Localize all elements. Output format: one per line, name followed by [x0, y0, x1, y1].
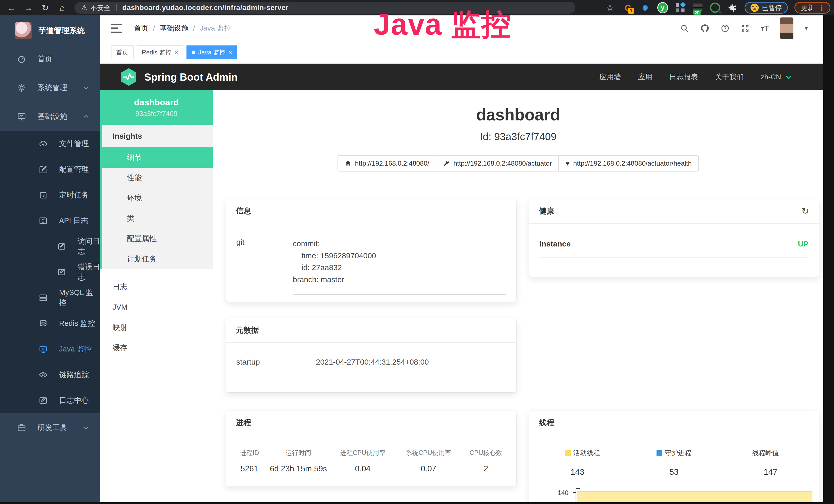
sidebar-item-error-log[interactable]: 错误日志 [0, 259, 100, 285]
tab-home[interactable]: 首页 [111, 45, 134, 59]
card-title: 线程 [539, 417, 554, 428]
sba-menu-item-configprops[interactable]: 配置属性 [102, 229, 213, 249]
extension-pin-icon[interactable] [640, 2, 651, 13]
process-val-uptime: 6d 23h 15m 59s [268, 464, 329, 474]
chevron-down-icon [785, 73, 792, 81]
sidebar-item-tracing[interactable]: 链路追踪 [0, 362, 100, 388]
fullscreen-icon[interactable] [741, 24, 749, 32]
sba-menu-group-label[interactable]: Insights [102, 125, 213, 147]
sba-menu-item-details[interactable]: 细节 [102, 147, 213, 168]
search-icon[interactable] [680, 24, 689, 32]
extension-switch-icon[interactable]: on [692, 2, 703, 13]
extension-puzzle-icon[interactable] [727, 2, 738, 13]
extension-grid-icon[interactable] [675, 2, 685, 13]
history-icon[interactable]: ↺ [802, 206, 809, 216]
health-url-button[interactable]: ♥ http://192.168.0.2:48080/actuator/heal… [558, 155, 699, 171]
breadcrumb-item-infra[interactable]: 基础设施 [160, 23, 189, 33]
sidebar-item-config[interactable]: 配置管理 [0, 157, 100, 182]
service-url-button[interactable]: http://192.168.0.2:48080/ [337, 155, 436, 171]
spring-boot-admin-logo-icon[interactable] [120, 68, 137, 86]
browser-back-icon[interactable]: ← [6, 2, 17, 13]
process-val-proc-cpu: 0.04 [329, 464, 396, 474]
sba-nav-about[interactable]: 关于我们 [715, 72, 744, 82]
sidebar-item-mysql[interactable]: MySQL 监控 [0, 285, 100, 311]
sidebar-item-access-log[interactable]: 访问日志 [0, 234, 100, 259]
log-edit-icon [57, 268, 66, 277]
blue-swatch-icon [657, 450, 662, 456]
bookmark-star-icon[interactable]: ☆ [606, 2, 614, 13]
timer-icon [39, 190, 48, 200]
sba-menu-item-logs[interactable]: 日志 [100, 277, 213, 297]
info-card-header: 信息 [226, 199, 516, 223]
health-key: Instance [540, 239, 571, 248]
sba-nav-applications[interactable]: 应用 [638, 72, 652, 82]
card-title: 进程 [236, 417, 251, 428]
sba-menu-item-mappings[interactable]: 映射 [100, 317, 213, 338]
sba-menu-item-classes[interactable]: 类 [102, 208, 213, 229]
process-table: 进程ID 运行时间 进程CPU使用率 系统CPU使用率 CPU核心数 5261 … [226, 435, 516, 474]
browser-forward-icon[interactable]: → [23, 2, 34, 13]
health-row[interactable]: Instance UP [540, 239, 809, 258]
sidebar-item-system[interactable]: 系统管理 [0, 73, 100, 102]
sidebar-item-devtools[interactable]: 研发工具 [0, 413, 100, 442]
legend-peak-threads: 线程峰值 [720, 449, 811, 458]
tab-redis-monitor[interactable]: Redis 监控 × [137, 45, 183, 59]
actuator-url-button[interactable]: http://192.168.0.2:48080/actuator [436, 155, 559, 171]
sba-menu-item-env[interactable]: 环境 [102, 188, 213, 208]
hamburger-icon[interactable] [111, 24, 122, 33]
sba-nav-journal[interactable]: 日志报表 [670, 72, 698, 82]
sidebar-item-home[interactable]: 首页 [0, 45, 100, 73]
sidebar-item-api-log[interactable]: API 日志 [0, 208, 100, 234]
sba-instance-header[interactable]: dashboard 93a3fc7f7409 [100, 90, 213, 125]
y-tick-140: 140 [535, 489, 568, 497]
browser-update-button[interactable]: 更新 ⋮ [794, 2, 830, 14]
page-url[interactable]: dashboard.yudao.iocoder.cn/infra/admin-s… [122, 4, 288, 12]
sba-brand-title[interactable]: Spring Boot Admin [144, 71, 238, 83]
avatar-caret-icon[interactable]: ▾ [805, 25, 808, 32]
sba-menu-item-caches[interactable]: 缓存 [100, 338, 213, 358]
y-tick-mark [573, 492, 576, 493]
avatar[interactable] [780, 18, 793, 39]
sidebar-item-log-center[interactable]: 日志中心 [0, 388, 100, 413]
extension-colorzilla-icon[interactable]: C1 [622, 2, 633, 13]
app-sidebar: 芋道管理系统 首页 系统管理 基础设施 文件管 [0, 16, 100, 504]
sidebar-item-redis[interactable]: Redis 监控 [0, 311, 100, 336]
sba-nav-wallboard[interactable]: 应用墙 [599, 72, 621, 82]
sidebar-item-infra[interactable]: 基础设施 [0, 102, 100, 131]
actuator-url: http://192.168.0.2:48080/actuator [453, 159, 552, 167]
sba-menu-item-scheduled[interactable]: 计划任务 [102, 249, 213, 269]
close-icon[interactable]: × [228, 49, 232, 56]
security-label[interactable]: 不安全 [90, 3, 110, 12]
threads-card-header: 线程 [529, 411, 819, 435]
health-card: 健康 ↺ Instance UP [529, 199, 819, 277]
extension-y-icon[interactable]: y [657, 2, 668, 13]
browser-reload-icon[interactable]: ↻ [40, 2, 51, 13]
gear-icon [17, 83, 26, 92]
breadcrumb-separator: / [153, 24, 155, 32]
tab-java-monitor[interactable]: Java 监控 × [186, 45, 237, 59]
instance-title: dashboard [213, 105, 823, 124]
threads-values: 143 53 147 [529, 467, 819, 477]
github-icon[interactable] [700, 24, 709, 33]
font-size-icon[interactable]: TT [761, 24, 769, 32]
sidebar-item-java-monitor[interactable]: Java 监控 [0, 336, 100, 362]
breadcrumb-item-home[interactable]: 首页 [134, 23, 149, 33]
sidebar-item-label: 系统管理 [38, 83, 67, 93]
screen: ← → ↻ ⌂ ⚠ 不安全 dashboard.yudao.iocoder.cn… [0, 0, 834, 504]
profile-paused-pill[interactable]: 已暂停 [745, 2, 788, 14]
briefcase-icon [17, 423, 26, 432]
extension-magnifier-icon[interactable] [710, 2, 721, 13]
close-icon[interactable]: × [175, 49, 178, 56]
dashboard-icon [17, 54, 26, 64]
sba-locale-select[interactable]: zh-CN [761, 73, 792, 81]
help-icon[interactable] [721, 24, 729, 32]
browser-home-icon[interactable]: ⌂ [57, 2, 68, 13]
info-value: commit: time: 1596289704000 id: 27aa832 … [293, 238, 506, 295]
chevron-up-icon [83, 113, 89, 120]
sba-menu-item-jvm[interactable]: JVM [100, 297, 213, 317]
sidebar-item-files[interactable]: 文件管理 [0, 131, 100, 157]
card-title: 信息 [236, 206, 251, 216]
sidebar-item-jobs[interactable]: 定时任务 [0, 182, 100, 208]
browser-menu-icon[interactable]: ⋮ [818, 3, 826, 12]
sba-menu-item-metrics[interactable]: 性能 [102, 168, 213, 188]
